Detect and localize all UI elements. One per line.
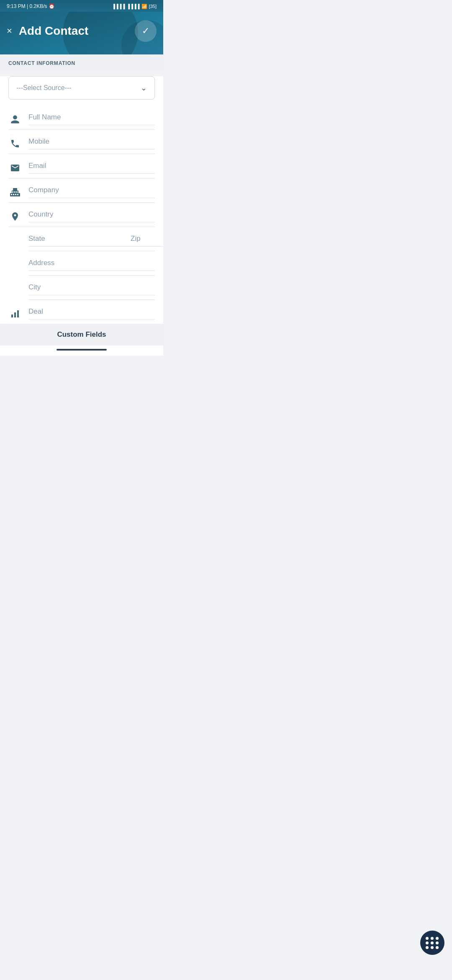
battery-icon: [35] bbox=[149, 4, 157, 9]
svg-rect-11 bbox=[14, 312, 16, 317]
status-time-data: 9:13 PM | 0.2KB/s ⏰ bbox=[7, 3, 55, 9]
svg-rect-5 bbox=[15, 194, 16, 195]
deal-field bbox=[8, 300, 155, 324]
chart-icon bbox=[8, 309, 22, 319]
bottom-bar: Custom Fields bbox=[0, 324, 163, 346]
company-input[interactable] bbox=[28, 186, 155, 198]
email-input[interactable] bbox=[28, 162, 155, 174]
full-name-input[interactable] bbox=[28, 113, 155, 125]
city-field bbox=[28, 276, 155, 300]
deal-input[interactable] bbox=[28, 307, 155, 320]
mobile-input[interactable] bbox=[28, 137, 155, 150]
chevron-down-icon: ⌄ bbox=[141, 83, 147, 93]
home-indicator bbox=[0, 346, 163, 356]
phone-icon bbox=[8, 139, 22, 149]
email-icon bbox=[8, 163, 22, 173]
email-field bbox=[8, 154, 155, 178]
state-input[interactable] bbox=[28, 235, 124, 247]
person-icon bbox=[8, 114, 22, 124]
svg-rect-7 bbox=[12, 191, 13, 193]
header: × Add Contact ✓ bbox=[0, 12, 163, 54]
wifi-icon: 📶 bbox=[141, 4, 147, 9]
company-icon bbox=[8, 187, 22, 197]
close-button[interactable]: × bbox=[7, 26, 12, 36]
address-field bbox=[28, 251, 155, 276]
svg-rect-6 bbox=[17, 194, 18, 195]
city-input[interactable] bbox=[28, 283, 155, 295]
header-left: × Add Contact bbox=[7, 24, 88, 38]
full-name-field bbox=[8, 106, 155, 130]
mobile-field bbox=[8, 130, 155, 154]
svg-rect-8 bbox=[14, 191, 15, 193]
signal-icon: ▐▐▐▐ bbox=[112, 4, 125, 9]
confirm-button[interactable]: ✓ bbox=[135, 20, 157, 42]
country-input[interactable] bbox=[28, 210, 155, 222]
svg-rect-9 bbox=[16, 191, 18, 193]
company-field bbox=[8, 178, 155, 203]
status-bar: 9:13 PM | 0.2KB/s ⏰ ▐▐▐▐ ▐▐▐▐ 📶 [35] bbox=[0, 0, 163, 12]
custom-fields-button[interactable]: Custom Fields bbox=[57, 330, 106, 339]
svg-rect-12 bbox=[17, 310, 19, 317]
address-input[interactable] bbox=[28, 259, 155, 271]
home-bar bbox=[56, 349, 107, 351]
section-label-contact-info: CONTACT INFORMATION bbox=[0, 54, 163, 70]
signal2-icon: ▐▐▐▐ bbox=[126, 4, 139, 9]
zip-input[interactable] bbox=[124, 235, 163, 247]
checkmark-icon: ✓ bbox=[142, 26, 149, 36]
page-title: Add Contact bbox=[19, 24, 88, 38]
svg-rect-10 bbox=[11, 315, 13, 317]
form-container: ---Select Source--- ⌄ bbox=[0, 76, 163, 324]
select-source-dropdown[interactable]: ---Select Source--- ⌄ bbox=[8, 76, 155, 100]
select-source-placeholder: ---Select Source--- bbox=[16, 84, 72, 92]
status-icons: ▐▐▐▐ ▐▐▐▐ 📶 [35] bbox=[112, 4, 157, 9]
svg-rect-3 bbox=[11, 194, 12, 195]
country-field bbox=[8, 203, 155, 227]
location-icon bbox=[8, 211, 22, 222]
svg-rect-2 bbox=[13, 188, 17, 191]
state-zip-row bbox=[28, 227, 155, 251]
svg-rect-4 bbox=[13, 194, 14, 195]
